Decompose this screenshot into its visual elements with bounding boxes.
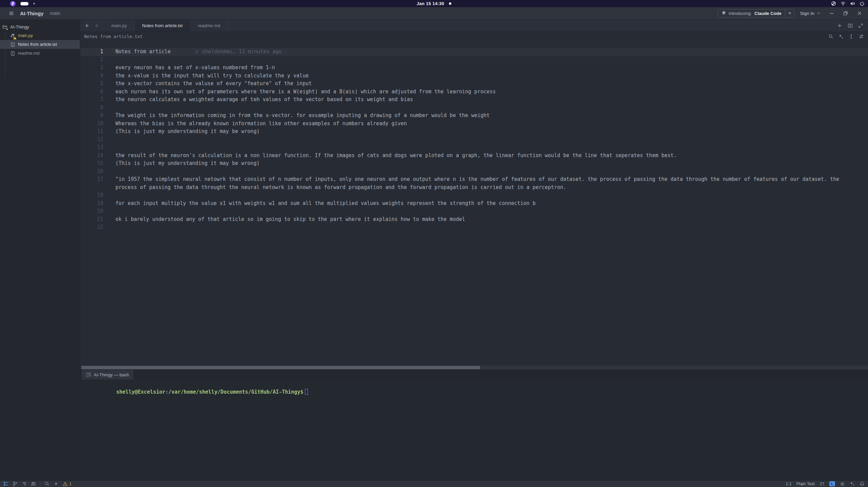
wifi-icon[interactable] <box>840 1 846 6</box>
bolt-icon[interactable] <box>54 481 59 486</box>
workspace-active-pill[interactable] <box>20 2 29 5</box>
editor-buffer[interactable]: 1Notes from articlesheldonmac, 13 minute… <box>80 41 868 370</box>
code-line-18[interactable]: 18 <box>80 191 868 200</box>
outline-icon[interactable] <box>22 481 27 486</box>
terminal-tab[interactable]: >_ AI-Thingy — bash <box>82 370 133 379</box>
code-line-19[interactable]: 19for each input multiply the value x1 w… <box>80 200 868 208</box>
terminal-tab-label: AI-Thingy — bash <box>94 372 129 377</box>
app-menu-icon[interactable] <box>9 11 14 16</box>
edit-prediction-icon[interactable] <box>819 481 825 486</box>
git-branch-name[interactable]: main <box>50 11 60 16</box>
debug-icon[interactable] <box>840 481 845 486</box>
tree-root-folder[interactable]: AI-Thingy <box>0 22 80 31</box>
code-line-21[interactable]: 21ok i barely understood any of that art… <box>80 216 868 224</box>
code-line-6[interactable]: 6each nuron has its own set of parameter… <box>80 88 868 96</box>
assistant-icon[interactable] <box>850 481 855 486</box>
line-text: the x-value is the input that will try t… <box>115 72 309 80</box>
language-selector[interactable]: Plain Text <box>796 482 815 486</box>
distro-menu-icon[interactable] <box>10 1 16 6</box>
clock[interactable]: Jan 15 14:30 <box>417 0 451 7</box>
code-line-wrap[interactable]: process of passing the data throught the… <box>80 184 868 192</box>
line-number: 12 <box>80 136 103 144</box>
code-line-4[interactable]: 4the x-value is the input that will try … <box>80 72 868 80</box>
sign-in-button[interactable]: Sign In <box>800 10 820 16</box>
close-button[interactable] <box>857 11 862 16</box>
power-icon[interactable] <box>860 1 865 6</box>
line-number: 20 <box>80 207 103 216</box>
code-line-13[interactable]: 13 <box>80 144 868 152</box>
code-line-8[interactable]: 8 <box>80 104 868 112</box>
tree-item-notes-from-article-txt[interactable]: Notes from article.txt <box>0 40 80 49</box>
line-text: the result of the neuron's calculation i… <box>115 152 677 160</box>
minimize-button[interactable] <box>829 11 834 16</box>
recording-indicator-dot <box>449 2 451 5</box>
book-file-icon <box>10 42 15 47</box>
volume-icon[interactable] <box>850 1 855 6</box>
code-line-12[interactable]: 12 <box>80 136 868 144</box>
plus-icon[interactable] <box>837 23 842 28</box>
terminal-dock: >_ AI-Thingy — bash shelly@Excelsior:/va… <box>80 370 868 480</box>
code-line-1[interactable]: 1Notes from articlesheldonmac, 13 minute… <box>80 48 868 56</box>
bell-icon[interactable] <box>860 481 865 486</box>
code-line-7[interactable]: 7the neuron calculates a weighted avarag… <box>80 96 868 104</box>
tab-notes-from-article-txt[interactable]: Notes from article.txt <box>135 20 191 32</box>
notification-prefix: Introducing: <box>729 11 752 16</box>
search-icon[interactable] <box>44 481 50 486</box>
terminal-icon[interactable] <box>829 481 835 486</box>
tune-icon[interactable] <box>859 34 864 39</box>
terminal-output[interactable]: shelly@Excelsior:/var/home/shelly/Docume… <box>80 379 868 480</box>
line-text: ok i barely understood any of that artic… <box>115 216 465 224</box>
line-number: 15 <box>80 160 103 168</box>
tree-item-readme-md[interactable]: readme.md <box>0 49 80 58</box>
tab-main-py[interactable]: main.py <box>104 20 135 32</box>
cursor-position[interactable]: 1:1 <box>786 482 792 486</box>
line-number: 17 <box>80 175 103 184</box>
line-number: 9 <box>80 112 103 120</box>
maximize-button[interactable] <box>843 11 848 16</box>
project-panel-icon[interactable] <box>3 481 8 486</box>
code-line-9[interactable]: 9The weight is the information coming in… <box>80 112 868 120</box>
sign-in-label: Sign In <box>800 11 814 16</box>
expand-icon[interactable] <box>858 23 863 28</box>
code-line-2[interactable]: 2 <box>80 56 868 64</box>
notification-chip-body[interactable]: Introducing: Claude Code <box>718 10 785 17</box>
code-line-22[interactable]: 22 <box>80 223 868 231</box>
line-number: 18 <box>80 191 103 200</box>
ibeam-icon[interactable] <box>849 34 854 39</box>
code-line-10[interactable]: 10Whereas the bias is the already known … <box>80 120 868 128</box>
title-bar: AI-Thingy main Introducing: Claude Code … <box>0 7 868 20</box>
python-file-icon <box>10 33 15 38</box>
git-blame[interactable]: sheldonmac, 13 minutes ago <box>195 48 282 56</box>
steam-icon[interactable] <box>831 1 836 6</box>
line-text: Whereas the bias is the already known in… <box>115 120 407 128</box>
code-line-3[interactable]: 3every neuron has a set of x-values numb… <box>80 64 868 72</box>
warning-count: 1 <box>69 482 72 486</box>
code-line-15[interactable]: 15(This is just my understanding it may … <box>80 160 868 168</box>
code-line-11[interactable]: 11(This is just my understanding it may … <box>80 128 868 136</box>
horizontal-scrollbar-thumb[interactable] <box>82 366 480 369</box>
code-line-5[interactable]: 5the x-vector contains the valuse of eve… <box>80 80 868 88</box>
line-number: 5 <box>80 80 103 88</box>
tree-item-label: Notes from article.txt <box>18 42 57 47</box>
code-line-20[interactable]: 20 <box>80 207 868 216</box>
collab-icon[interactable] <box>31 481 36 486</box>
project-name[interactable]: AI-Thingy <box>20 11 43 16</box>
git-branch-icon[interactable] <box>13 481 18 486</box>
tree-item-main-py[interactable]: main.py <box>0 31 80 40</box>
tab-readme-md[interactable]: readme.md <box>191 20 228 32</box>
search-icon[interactable] <box>828 34 833 39</box>
chevron-down-icon <box>817 10 820 16</box>
diagnostics-button[interactable]: 1 <box>63 482 72 486</box>
breadcrumb[interactable]: Notes from article.txt <box>80 34 143 39</box>
sparkle-icon[interactable] <box>838 34 844 39</box>
line-number: 11 <box>80 128 103 136</box>
code-line-17[interactable]: 17"in 1957 the simplest neural netowrk t… <box>80 175 868 184</box>
nav-forward-icon[interactable] <box>94 23 99 28</box>
code-line-16[interactable]: 16 <box>80 168 868 176</box>
code-line-14[interactable]: 14the result of the neuron's calculation… <box>80 152 868 160</box>
tree-item-label: main.py <box>18 33 33 38</box>
notification-close-button[interactable]: ✕ <box>785 10 794 17</box>
split-icon[interactable] <box>848 23 853 28</box>
workspace-dot[interactable] <box>33 3 35 4</box>
nav-back-icon[interactable] <box>85 23 90 28</box>
